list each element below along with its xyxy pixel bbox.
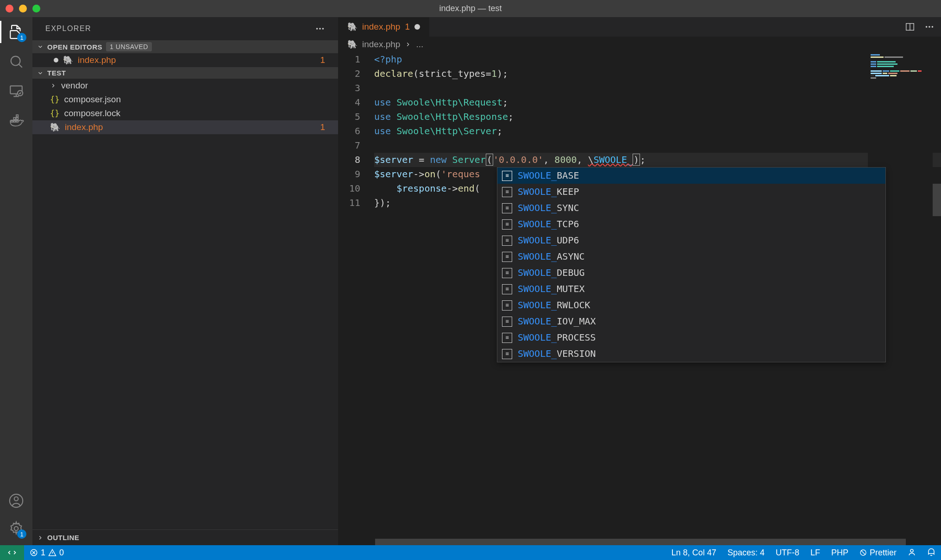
dirty-indicator-icon	[54, 58, 58, 62]
constant-icon: ≡	[502, 333, 512, 343]
php-file-icon: 🐘	[63, 55, 73, 65]
sidebar: EXPLORER OPEN EDITORS 1 UNSAVED 🐘 index.…	[32, 17, 338, 545]
editor-group: 🐘 index.php 1 🐘 index.php ...	[338, 17, 941, 545]
svg-point-13	[932, 26, 934, 28]
explorer-icon[interactable]: 1	[8, 24, 25, 40]
accounts-icon[interactable]	[8, 492, 25, 509]
chevron-right-icon	[37, 535, 44, 541]
constant-icon: ≡	[502, 236, 512, 246]
docker-icon[interactable]	[8, 112, 25, 129]
suggest-item[interactable]: ≡SWOOLE_KEEP	[497, 184, 885, 200]
code-content[interactable]: <?php declare(strict_types=1); use Swool…	[374, 52, 941, 539]
php-file-icon: 🐘	[347, 22, 358, 32]
svg-point-0	[11, 56, 20, 66]
window-controls	[6, 5, 40, 12]
suggest-item[interactable]: ≡SWOOLE_DEBUG	[497, 265, 885, 281]
folder-item-vendor[interactable]: vendor	[32, 79, 338, 93]
tab-label: index.php	[362, 22, 400, 32]
svg-point-5	[14, 527, 19, 531]
horizontal-scrollbar[interactable]	[375, 539, 906, 545]
outline-header[interactable]: OUTLINE	[32, 529, 338, 545]
open-editor-problem-count: 1	[320, 55, 325, 65]
explorer-badge: 1	[17, 33, 26, 42]
folder-item-label: vendor	[61, 81, 88, 91]
prettier-status[interactable]: Prettier	[854, 548, 902, 558]
minimize-window-button[interactable]	[19, 5, 27, 12]
sidebar-title: EXPLORER	[45, 25, 91, 33]
chevron-down-icon	[37, 44, 44, 50]
suggest-item[interactable]: ≡SWOOLE_BASE	[497, 168, 885, 184]
search-icon[interactable]	[8, 53, 25, 70]
tab-problem-count: 1	[405, 22, 410, 32]
file-problem-count: 1	[320, 122, 325, 132]
editor-more-icon[interactable]	[924, 22, 935, 32]
file-item-index-php[interactable]: 🐘 index.php 1	[32, 120, 338, 134]
suggest-item[interactable]: ≡SWOOLE_UDP6	[497, 232, 885, 249]
close-window-button[interactable]	[6, 5, 13, 12]
svg-point-6	[316, 28, 318, 30]
suggest-item[interactable]: ≡SWOOLE_MUTEX	[497, 281, 885, 297]
split-editor-icon[interactable]	[905, 22, 915, 32]
constant-icon: ≡	[502, 349, 512, 359]
problems-status[interactable]: 1 0	[24, 545, 69, 560]
sidebar-more-icon[interactable]	[315, 24, 325, 34]
error-count: 1	[41, 548, 45, 558]
chevron-right-icon	[50, 82, 56, 89]
suggest-item[interactable]: ≡SWOOLE_TCP6	[497, 216, 885, 232]
folder-header[interactable]: TEST	[32, 67, 338, 79]
php-file-icon: 🐘	[347, 39, 358, 50]
suggest-item[interactable]: ≡SWOOLE_SYNC	[497, 200, 885, 216]
constant-icon: ≡	[502, 187, 512, 197]
cursor-position[interactable]: Ln 8, Col 47	[666, 548, 722, 558]
svg-point-11	[926, 26, 928, 28]
feedback-icon[interactable]	[902, 548, 922, 556]
vertical-scrollbar[interactable]	[933, 184, 941, 216]
window-title: index.php — test	[439, 4, 502, 13]
svg-point-8	[322, 28, 324, 30]
tab-dirty-icon	[414, 24, 420, 30]
indentation-status[interactable]: Spaces: 4	[722, 548, 770, 558]
constant-icon: ≡	[502, 203, 512, 213]
file-item-composer-json[interactable]: {} composer.json	[32, 93, 338, 106]
open-editors-label: OPEN EDITORS	[47, 43, 102, 51]
open-editors-header[interactable]: OPEN EDITORS 1 UNSAVED	[32, 40, 338, 53]
settings-gear-icon[interactable]: 1	[8, 520, 25, 537]
suggest-widget[interactable]: ≡SWOOLE_BASE ≡SWOOLE_KEEP ≡SWOOLE_SYNC ≡…	[497, 167, 886, 362]
constant-icon: ≡	[502, 300, 512, 311]
encoding-status[interactable]: UTF-8	[770, 548, 805, 558]
suggest-item[interactable]: ≡SWOOLE_RWLOCK	[497, 297, 885, 313]
constant-icon: ≡	[502, 171, 512, 181]
open-editor-item[interactable]: 🐘 index.php 1	[32, 53, 338, 67]
remote-indicator[interactable]	[0, 545, 24, 560]
language-mode[interactable]: PHP	[826, 548, 854, 558]
file-item-label: composer.lock	[64, 108, 120, 118]
suggest-item[interactable]: ≡SWOOLE_PROCESS	[497, 330, 885, 346]
gutter: 1 2 3 4 5 6 7 8 9 10 11	[338, 52, 374, 539]
suggest-item[interactable]: ≡SWOOLE_IOV_MAX	[497, 313, 885, 330]
constant-icon: ≡	[502, 268, 512, 278]
settings-badge: 1	[17, 529, 26, 539]
json-file-icon: {}	[50, 95, 59, 104]
breadcrumbs[interactable]: 🐘 index.php ...	[338, 37, 941, 52]
json-file-icon: {}	[50, 109, 59, 118]
breadcrumb-rest: ...	[416, 39, 423, 50]
remote-explorer-icon[interactable]	[8, 83, 25, 100]
eol-status[interactable]: LF	[805, 548, 826, 558]
tab-index-php[interactable]: 🐘 index.php 1	[338, 17, 429, 37]
notifications-icon[interactable]	[922, 548, 941, 556]
horizontal-scrollbar-track	[338, 539, 941, 545]
maximize-window-button[interactable]	[32, 5, 40, 12]
warning-count: 0	[59, 548, 64, 558]
workbench: 1 1 EXPLORER	[0, 17, 941, 545]
file-item-composer-lock[interactable]: {} composer.lock	[32, 106, 338, 120]
folder-name: TEST	[47, 69, 66, 77]
open-editor-filename: index.php	[78, 55, 116, 65]
constant-icon: ≡	[502, 317, 512, 327]
constant-icon: ≡	[502, 284, 512, 294]
editor-tabs: 🐘 index.php 1	[338, 17, 941, 37]
suggest-item[interactable]: ≡SWOOLE_VERSION	[497, 346, 885, 362]
titlebar: index.php — test	[0, 0, 941, 17]
suggest-item[interactable]: ≡SWOOLE_ASYNC	[497, 249, 885, 265]
statusbar: 1 0 Ln 8, Col 47 Spaces: 4 UTF-8 LF PHP …	[0, 545, 941, 560]
editor-area[interactable]: 1 2 3 4 5 6 7 8 9 10 11 <?php declare(st…	[338, 52, 941, 539]
